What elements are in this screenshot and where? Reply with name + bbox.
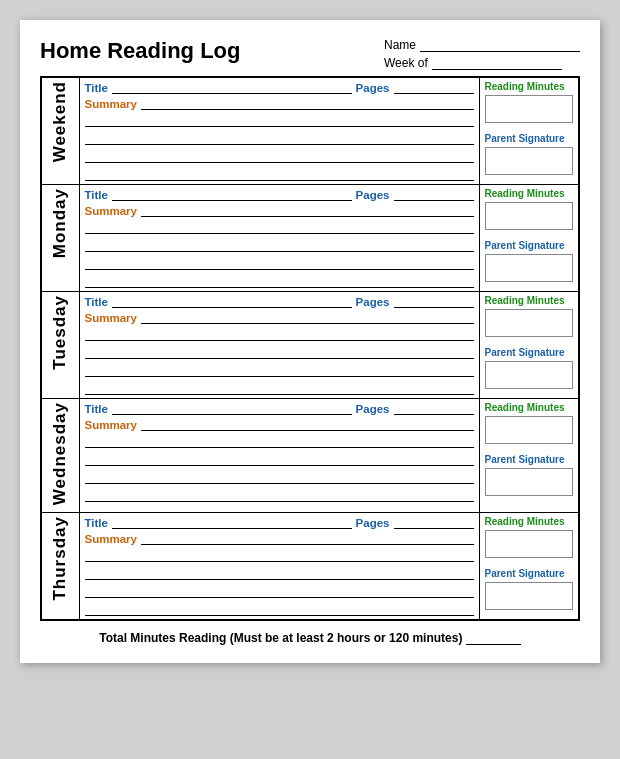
- reading-minutes-block: Reading Minutes: [485, 188, 574, 230]
- reading-minutes-box[interactable]: [485, 95, 573, 123]
- content-lines: [85, 549, 474, 616]
- total-row: Total Minutes Reading (Must be at least …: [40, 631, 580, 645]
- line-rule[interactable]: [85, 364, 474, 377]
- reading-minutes-box[interactable]: [485, 202, 573, 230]
- line-rule[interactable]: [85, 150, 474, 163]
- pages-label: Pages: [356, 82, 390, 94]
- parent-signature-box[interactable]: [485, 468, 573, 496]
- line-rule[interactable]: [85, 549, 474, 562]
- title-input[interactable]: [112, 188, 352, 201]
- name-field[interactable]: [420, 38, 580, 52]
- line-rule[interactable]: [85, 453, 474, 466]
- header: Home Reading Log Name Week of: [40, 38, 580, 70]
- reading-minutes-block: Reading Minutes: [485, 516, 574, 558]
- line-rule[interactable]: [85, 168, 474, 181]
- day-label-monday: Monday: [50, 188, 70, 258]
- content-cell-monday: Title Pages Summary: [79, 185, 479, 292]
- day-label-wednesday: Wednesday: [50, 402, 70, 505]
- pages-input[interactable]: [394, 295, 474, 308]
- pages-input[interactable]: [394, 516, 474, 529]
- week-line: Week of: [384, 56, 580, 70]
- content-cell-weekend: Title Pages Summary: [79, 77, 479, 185]
- line-rule[interactable]: [85, 239, 474, 252]
- parent-signature-box[interactable]: [485, 147, 573, 175]
- pages-input[interactable]: [394, 81, 474, 94]
- day-label-thursday: Thursday: [50, 516, 70, 601]
- parent-signature-box[interactable]: [485, 361, 573, 389]
- summary-row: Summary: [85, 418, 474, 431]
- line-rule[interactable]: [85, 435, 474, 448]
- pages-input[interactable]: [394, 402, 474, 415]
- title-input[interactable]: [112, 81, 352, 94]
- reading-minutes-label: Reading Minutes: [485, 188, 574, 200]
- content-lines: [85, 114, 474, 181]
- summary-label: Summary: [85, 419, 137, 431]
- line-rule[interactable]: [85, 221, 474, 234]
- parent-signature-label: Parent Signature: [485, 568, 574, 580]
- day-cell-thursday: Thursday: [41, 513, 79, 621]
- reading-minutes-block: Reading Minutes: [485, 81, 574, 123]
- summary-row: Summary: [85, 204, 474, 217]
- table-row: Monday Title Pages Summary: [41, 185, 579, 292]
- summary-input[interactable]: [141, 204, 474, 217]
- line-rule[interactable]: [85, 585, 474, 598]
- total-minutes-field[interactable]: [466, 631, 521, 645]
- title-input[interactable]: [112, 295, 352, 308]
- line-rule[interactable]: [85, 257, 474, 270]
- parent-signature-box[interactable]: [485, 254, 573, 282]
- day-label-weekend: Weekend: [50, 81, 70, 162]
- parent-signature-block: Parent Signature: [485, 347, 574, 389]
- reading-minutes-block: Reading Minutes: [485, 295, 574, 337]
- title-pages-row: Title Pages: [85, 516, 474, 529]
- title-pages-row: Title Pages: [85, 81, 474, 94]
- content-cell-wednesday: Title Pages Summary: [79, 399, 479, 513]
- content-lines: [85, 221, 474, 288]
- reading-minutes-box[interactable]: [485, 416, 573, 444]
- content-lines: [85, 328, 474, 395]
- summary-input[interactable]: [141, 418, 474, 431]
- pages-label: Pages: [356, 517, 390, 529]
- summary-input[interactable]: [141, 311, 474, 324]
- parent-signature-block: Parent Signature: [485, 568, 574, 610]
- reading-minutes-box[interactable]: [485, 530, 573, 558]
- line-rule[interactable]: [85, 567, 474, 580]
- week-field[interactable]: [432, 56, 562, 70]
- line-rule[interactable]: [85, 489, 474, 502]
- parent-signature-block: Parent Signature: [485, 240, 574, 282]
- line-rule[interactable]: [85, 471, 474, 484]
- line-rule[interactable]: [85, 328, 474, 341]
- line-rule[interactable]: [85, 346, 474, 359]
- sig-cell-thursday: Reading Minutes Parent Signature: [479, 513, 579, 621]
- reading-minutes-label: Reading Minutes: [485, 81, 574, 93]
- pages-label: Pages: [356, 189, 390, 201]
- title-input[interactable]: [112, 516, 352, 529]
- title-input[interactable]: [112, 402, 352, 415]
- content-cell-thursday: Title Pages Summary: [79, 513, 479, 621]
- page-title: Home Reading Log: [40, 38, 240, 64]
- title-label: Title: [85, 189, 108, 201]
- title-pages-row: Title Pages: [85, 295, 474, 308]
- sig-cell-monday: Reading Minutes Parent Signature: [479, 185, 579, 292]
- pages-input[interactable]: [394, 188, 474, 201]
- line-rule[interactable]: [85, 603, 474, 616]
- day-cell-monday: Monday: [41, 185, 79, 292]
- line-rule[interactable]: [85, 114, 474, 127]
- summary-input[interactable]: [141, 532, 474, 545]
- parent-signature-label: Parent Signature: [485, 133, 574, 145]
- pages-label: Pages: [356, 403, 390, 415]
- line-rule[interactable]: [85, 382, 474, 395]
- reading-minutes-label: Reading Minutes: [485, 516, 574, 528]
- name-line: Name: [384, 38, 580, 52]
- sig-cell-weekend: Reading Minutes Parent Signature: [479, 77, 579, 185]
- parent-signature-label: Parent Signature: [485, 240, 574, 252]
- line-rule[interactable]: [85, 275, 474, 288]
- summary-input[interactable]: [141, 97, 474, 110]
- table-row: Wednesday Title Pages Summary: [41, 399, 579, 513]
- reading-minutes-box[interactable]: [485, 309, 573, 337]
- summary-label: Summary: [85, 98, 137, 110]
- parent-signature-box[interactable]: [485, 582, 573, 610]
- summary-row: Summary: [85, 311, 474, 324]
- name-week-block: Name Week of: [384, 38, 580, 70]
- line-rule[interactable]: [85, 132, 474, 145]
- week-label: Week of: [384, 56, 428, 70]
